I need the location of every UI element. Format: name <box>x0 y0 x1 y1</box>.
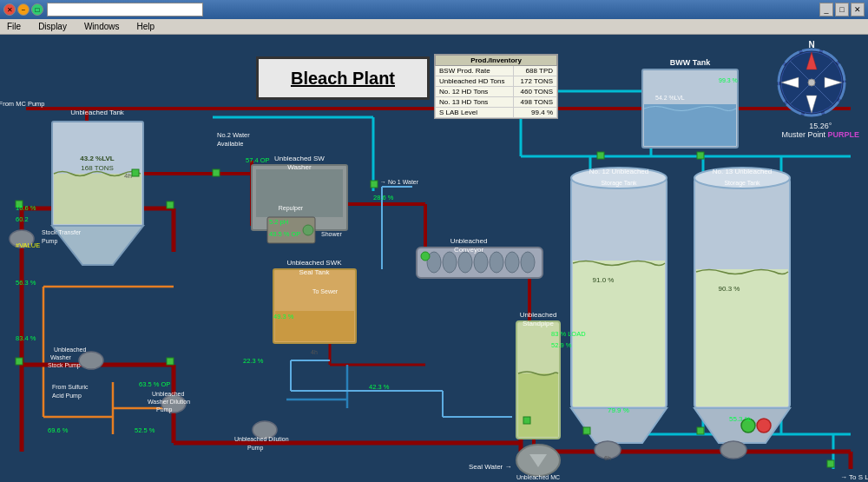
svg-rect-139 <box>697 152 704 159</box>
close-win-button[interactable]: ✕ <box>851 3 865 17</box>
svg-point-79 <box>505 252 519 273</box>
svg-text:Unbleached: Unbleached <box>450 237 488 245</box>
svg-text:Unbleached Tank: Unbleached Tank <box>70 109 125 116</box>
svg-text:No. 12 Unbleached: No. 12 Unbleached <box>589 168 649 175</box>
svg-text:54.2 %LVL: 54.2 %LVL <box>655 95 685 101</box>
svg-text:52.5 %: 52.5 % <box>135 426 155 434</box>
prod-row-3: No. 13 HD Tons 498 TONS <box>436 97 557 108</box>
svg-text:Stock Pump: Stock Pump <box>48 362 81 369</box>
svg-point-80 <box>521 252 535 273</box>
prod-label-1: Unbleached HD Tons <box>436 76 514 87</box>
window-controls[interactable]: ✕ − □ <box>3 3 43 16</box>
prod-row-1: Unbleached HD Tons 172 TONS <box>436 76 557 87</box>
svg-text:Unbleached SW: Unbleached SW <box>274 155 325 162</box>
svg-text:69.6 %: 69.6 % <box>48 426 69 434</box>
svg-rect-56 <box>644 104 736 146</box>
svg-rect-135 <box>583 427 590 434</box>
svg-text:→ To S LAB: → To S LAB <box>840 473 868 481</box>
prod-label-4: S LAB Level <box>436 108 514 118</box>
svg-text:Repulper: Repulper <box>279 205 304 212</box>
svg-text:83.4 %: 83.4 % <box>16 334 36 342</box>
svg-rect-137 <box>827 460 834 467</box>
svg-text:Unbleached MC: Unbleached MC <box>516 474 560 480</box>
svg-rect-129 <box>167 358 174 365</box>
prod-value-2: 460 TONS <box>514 87 557 97</box>
address-bar[interactable] <box>47 3 203 17</box>
svg-rect-128 <box>16 358 23 365</box>
svg-rect-94 <box>573 261 665 406</box>
minimize-win-button[interactable]: _ <box>819 3 833 17</box>
svg-text:Unbleached: Unbleached <box>54 347 86 353</box>
maximize-button[interactable]: □ <box>31 3 43 16</box>
svg-text:Pump: Pump <box>247 445 263 452</box>
svg-text:From MC Pump: From MC Pump <box>0 100 44 108</box>
svg-point-75 <box>443 252 457 273</box>
prod-label-0: BSW Prod. Rate <box>436 66 514 76</box>
svg-text:22.3 %: 22.3 % <box>243 357 264 365</box>
svg-text:42.3 %: 42.3 % <box>369 383 390 391</box>
svg-text:43.2 %LVL: 43.2 %LVL <box>80 155 115 162</box>
svg-rect-85 <box>518 373 558 437</box>
svg-rect-131 <box>132 169 139 176</box>
svg-text:99.3 %: 99.3 % <box>719 77 738 83</box>
svg-text:16.6 %: 16.6 % <box>16 204 36 212</box>
prod-row-2: No. 12 HD Tons 460 TONS <box>436 87 557 97</box>
svg-text:79.9 %: 79.9 % <box>608 406 629 414</box>
menu-windows[interactable]: Windows <box>81 22 123 31</box>
svg-text:Storage Tank: Storage Tank <box>724 180 760 187</box>
svg-text:Conveyor: Conveyor <box>454 246 484 254</box>
svg-text:Available: Available <box>217 140 243 148</box>
svg-text:Unbleached: Unbleached <box>520 311 557 319</box>
svg-text:57.4 OP: 57.4 OP <box>246 156 270 164</box>
svg-text:49.3 %: 49.3 % <box>273 313 294 320</box>
svg-text:43.5 % OP: 43.5 % OP <box>269 230 300 238</box>
svg-text:Washer: Washer <box>50 354 72 360</box>
svg-text:Acid Pump: Acid Pump <box>52 393 82 399</box>
svg-text:Unbleached SWK: Unbleached SWK <box>286 259 342 267</box>
production-inventory-table: Prod./Inventory BSW Prod. Rate 688 TPD U… <box>434 54 558 119</box>
svg-text:Seal Water →: Seal Water → <box>469 463 512 471</box>
muster-point-value: PURPLE <box>827 130 859 139</box>
svg-rect-138 <box>597 152 604 159</box>
menu-help[interactable]: Help <box>134 22 159 31</box>
svg-text:168 TONS: 168 TONS <box>81 164 114 172</box>
svg-text:Shower: Shower <box>321 231 342 237</box>
svg-point-173 <box>808 79 815 86</box>
svg-text:Washer Dilution: Washer Dilution <box>148 399 190 405</box>
main-diagram: 43.2 %LVL 168 TONS Unbleached Tank 4h Fr… <box>0 35 868 482</box>
svg-text:90.3 %: 90.3 % <box>719 285 740 293</box>
compass-degrees: 15.26° Muster Point PURPLE <box>781 122 859 139</box>
prod-row-4: S LAB Level 99.4 % <box>436 108 557 118</box>
svg-point-77 <box>474 252 488 273</box>
svg-text:Seal Tank: Seal Tank <box>299 268 331 276</box>
svg-rect-136 <box>697 427 704 434</box>
svg-text:52.9 %: 52.9 % <box>551 341 572 349</box>
svg-text:4h: 4h <box>311 349 318 355</box>
svg-rect-133 <box>371 181 378 188</box>
prod-table-header: Prod./Inventory <box>436 56 557 66</box>
svg-text:Standpipe: Standpipe <box>523 320 555 327</box>
menu-display[interactable]: Display <box>35 22 70 31</box>
close-button[interactable]: ✕ <box>3 3 16 16</box>
menu-file[interactable]: File <box>3 22 24 31</box>
svg-text:N: N <box>808 40 814 50</box>
svg-rect-48 <box>54 174 141 224</box>
svg-text:Storage Tank: Storage Tank <box>601 180 637 187</box>
minimize-button[interactable]: − <box>17 3 30 16</box>
restore-win-button[interactable]: □ <box>835 3 849 17</box>
svg-text:91.0 %: 91.0 % <box>593 276 615 284</box>
svg-point-106 <box>720 441 746 459</box>
svg-text:Stock Transfer: Stock Transfer <box>42 229 82 235</box>
svg-text:#VALUE: #VALUE <box>16 241 40 249</box>
svg-text:Pump: Pump <box>42 238 57 245</box>
prod-row-0: BSW Prod. Rate 688 TPD <box>436 66 557 76</box>
svg-point-107 <box>757 419 771 432</box>
svg-point-76 <box>458 252 472 273</box>
prod-label-3: No. 13 HD Tons <box>436 97 514 108</box>
window-action-buttons: _ □ ✕ <box>819 3 865 17</box>
svg-text:Unbleached: Unbleached <box>152 391 184 397</box>
svg-text:63.5 % OP: 63.5 % OP <box>139 380 170 388</box>
svg-point-116 <box>79 352 103 369</box>
svg-text:6h: 6h <box>604 455 611 461</box>
svg-text:BWW Tank: BWW Tank <box>670 58 711 67</box>
